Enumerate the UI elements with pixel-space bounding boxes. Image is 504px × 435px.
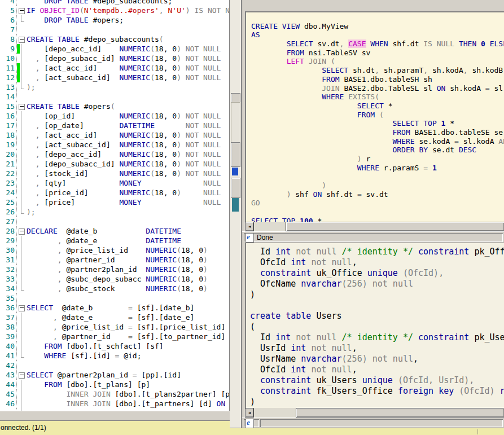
editor-line[interactable]: 31 , @partner_id NUMERIC(18, 0) <box>0 255 229 265</box>
editor-line[interactable]: 40 FROM [dbo].[t_schfact] [sf] <box>0 341 229 351</box>
top-horizontal-scrollbar[interactable]: ◄ <box>245 222 504 231</box>
code-line[interactable]: OfcId int not null, <box>250 364 504 375</box>
editor-line[interactable]: 41 WHERE [sf].[id] = @id; <box>0 351 229 361</box>
code-line[interactable]: FROM ( <box>251 111 504 120</box>
code-line[interactable]: FROM nsi.TableSV sv <box>251 49 504 58</box>
editor-line[interactable]: 16 [op_id] NUMERIC(18, 0) NOT NULL <box>0 111 229 121</box>
code-line[interactable]: SELECT sv.dt, CASE WHEN shf.dt IS NULL T… <box>251 39 504 49</box>
editor-line[interactable]: 10 , [depo_subacc_id] NUMERIC(18, 0) NOT… <box>0 54 229 63</box>
code-line[interactable]: FROM BASE1.dbo.tableSH sh <box>251 75 504 84</box>
fold-margin[interactable] <box>17 207 25 217</box>
editor-line[interactable]: 23 , [qty] MONEY NULL <box>0 178 229 188</box>
editor-line[interactable]: 33 , @subc_depo_subacc NUMERIC(18, 0) <box>0 274 229 284</box>
scroll-left-icon[interactable]: ◄ <box>245 222 254 231</box>
editor-line[interactable]: 29 , @date_e DATETIME <box>0 236 229 245</box>
fold-margin[interactable] <box>17 389 25 399</box>
scrollbar-thumb[interactable] <box>296 408 504 418</box>
fold-margin[interactable] <box>17 217 25 226</box>
fold-margin[interactable] <box>17 15 25 25</box>
editor-line[interactable]: 20 , [depo_acc_id] NUMERIC(18, 0) NOT NU… <box>0 150 229 159</box>
code-line[interactable]: WHERE r.paramS = 1 <box>251 164 504 173</box>
fold-margin[interactable] <box>17 313 25 322</box>
editor-line[interactable]: 43SELECT @partner2plan_id = [pp].[id] <box>0 370 229 380</box>
code-line[interactable]: ) <box>250 397 504 407</box>
fold-margin[interactable] <box>17 236 25 245</box>
code-line[interactable]: OfcName nvarchar(256) not null <box>250 279 504 289</box>
editor-line[interactable]: 5IF OBJECT_ID(N'tempdb..#opers', N'U') I… <box>0 6 229 15</box>
editor-line[interactable]: 36SELECT @date_b = [sf].[date_b] <box>0 303 229 313</box>
fold-margin[interactable] <box>17 121 25 130</box>
fold-margin[interactable] <box>17 102 25 111</box>
editor-line[interactable]: 32 , @partner2plan_id NUMERIC(18, 0) <box>0 265 229 274</box>
editor-line[interactable]: 14 <box>0 92 229 102</box>
scroll-up-button[interactable] <box>231 93 240 103</box>
editor-line[interactable]: 13); <box>0 82 229 92</box>
fold-margin[interactable] <box>17 284 25 293</box>
code-line[interactable]: Id int not null /* identity */ constrain… <box>250 247 504 257</box>
editor-line[interactable]: 44 FROM [dbo].[t_plans] [p] <box>0 380 229 389</box>
right-top-code-view[interactable]: CREATE VIEW dbo.MyViewAS SELECT sv.dt, C… <box>245 11 504 223</box>
editor-line[interactable]: 4 DROP TABLE #depo_subaccounts; <box>0 0 229 6</box>
bottom-horizontal-scrollbar[interactable]: ◄ <box>245 408 504 418</box>
editor-line[interactable]: 24 , [price_id] NUMERIC(18, 0) NULL <box>0 188 229 197</box>
editor-line[interactable]: 39 , @partner_id = [sf].[to_partner_id] <box>0 332 229 341</box>
editor-line[interactable]: 37 , @date_e = [sf].[date_e] <box>0 313 229 322</box>
code-line[interactable]: ( <box>250 322 504 332</box>
editor-line[interactable]: 42 <box>0 361 229 370</box>
fold-margin[interactable] <box>17 82 25 92</box>
clipped-scrollbar-strip[interactable] <box>230 0 242 428</box>
right-bottom-code-view[interactable]: Id int not null /* identity */ constrain… <box>245 243 504 412</box>
fold-margin[interactable] <box>17 265 25 274</box>
editor-line[interactable]: 35 <box>0 293 229 303</box>
code-line[interactable]: ) shf ON shf.dt = sv.dt <box>251 190 504 199</box>
editor-line[interactable]: 25 , [price] MONEY NULL <box>0 197 229 207</box>
code-line[interactable]: ) r <box>251 155 504 164</box>
scrollbar-thumb[interactable] <box>286 222 504 231</box>
code-line[interactable]: FROM BASE1.dbo.tableSE se <box>251 128 504 137</box>
code-line[interactable]: Id int not null /* identity */ constrain… <box>250 332 504 343</box>
fold-margin[interactable] <box>17 44 25 54</box>
editor-line[interactable]: 8CREATE TABLE #depo_subaccounts( <box>0 34 229 44</box>
editor-line[interactable]: 19 , [act_subacc_id] NUMERIC(18, 0) NOT … <box>0 140 229 150</box>
fold-margin[interactable] <box>17 178 25 188</box>
editor-line[interactable]: 9 [depo_acc_id] NUMERIC(18, 0) NOT NULL <box>0 44 229 54</box>
code-line[interactable]: GO <box>251 199 504 208</box>
code-line[interactable]: UsrId int not null, <box>250 343 504 354</box>
fold-margin[interactable] <box>17 92 25 102</box>
fold-margin[interactable] <box>17 293 25 303</box>
editor-line[interactable]: 15CREATE TABLE #opers( <box>0 102 229 111</box>
editor-line[interactable]: 11 , [act_acc_id] NUMERIC(18, 0) NOT NUL… <box>0 63 229 73</box>
code-line[interactable] <box>251 13 504 22</box>
code-line[interactable]: LEFT JOIN ( <box>251 57 504 66</box>
editor-line[interactable]: 22 , [stock_id] NUMERIC(18, 0) NOT NULL <box>0 169 229 178</box>
fold-margin[interactable] <box>17 73 25 82</box>
fold-margin[interactable] <box>17 150 25 159</box>
editor-line[interactable]: 38 , @price_list_id = [sf].[price_list_i… <box>0 322 229 332</box>
fold-margin[interactable] <box>17 226 25 236</box>
fold-collapse-icon[interactable] <box>19 8 25 14</box>
fold-collapse-icon[interactable] <box>19 37 25 43</box>
code-line[interactable]: SELECT TOP 1 * <box>251 119 504 128</box>
fold-margin[interactable] <box>17 169 25 178</box>
editor-line[interactable]: 12 , [act_subacc_id] NUMERIC(18, 0) NOT … <box>0 73 229 82</box>
fold-margin[interactable] <box>17 332 25 341</box>
editor-line[interactable]: 7 <box>0 25 229 34</box>
sql-editor-pane[interactable]: 4 DROP TABLE #depo_subaccounts;5IF OBJEC… <box>0 0 230 411</box>
editor-line[interactable]: 18 , [act_acc_id] NUMERIC(18, 0) NOT NUL… <box>0 130 229 140</box>
fold-margin[interactable] <box>17 111 25 121</box>
fold-margin[interactable] <box>17 25 25 34</box>
code-line[interactable]: SELECT * <box>251 102 504 111</box>
fold-margin[interactable] <box>17 140 25 150</box>
code-line[interactable]: CREATE VIEW dbo.MyView <box>251 22 504 31</box>
fold-margin[interactable] <box>17 130 25 140</box>
code-line[interactable] <box>251 172 504 181</box>
editor-line[interactable]: 27 <box>0 217 229 226</box>
editor-line[interactable]: 45 INNER JOIN [dbo].[t_plans2partner] [p… <box>0 389 229 399</box>
fold-margin[interactable] <box>17 159 25 169</box>
fold-margin[interactable] <box>17 188 25 197</box>
code-line[interactable]: SELECT sh.dt, sh.paramT, sh.kodA, sh.kod… <box>251 66 504 75</box>
fold-collapse-icon[interactable] <box>19 104 25 110</box>
code-line[interactable]: create table Users <box>250 311 504 322</box>
fold-margin[interactable] <box>17 399 25 408</box>
fold-margin[interactable] <box>17 361 25 370</box>
